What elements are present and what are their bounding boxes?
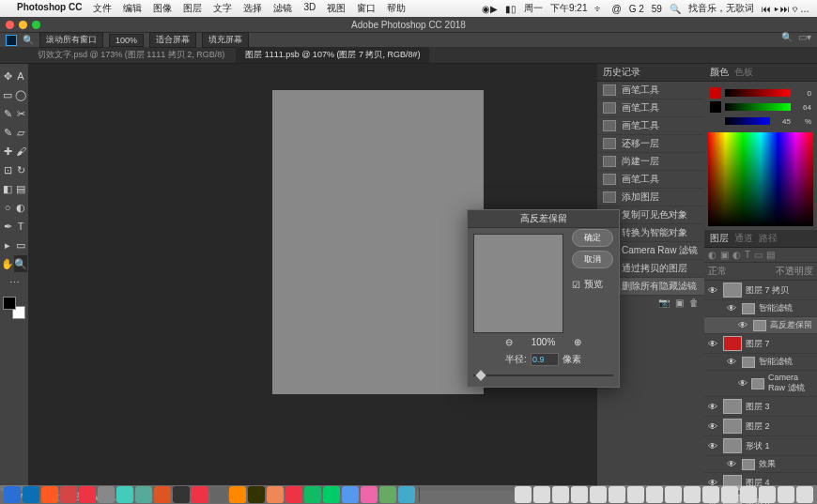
color-tab[interactable]: 颜色 <box>710 66 729 79</box>
layer-thumb[interactable] <box>753 320 766 331</box>
quick-select-tool[interactable]: ✎ <box>1 105 14 122</box>
dock-min-2[interactable] <box>552 486 569 503</box>
layer-thumb[interactable] <box>723 419 742 434</box>
document-canvas[interactable] <box>272 90 484 394</box>
dock-min-10[interactable] <box>702 486 719 503</box>
opt-zoom[interactable]: 100% <box>109 34 144 47</box>
dock-min-1[interactable] <box>533 486 550 503</box>
channels-tab[interactable]: 通道 <box>734 232 753 245</box>
history-tab[interactable]: 历史记录 <box>603 66 640 79</box>
dock-app-2[interactable] <box>41 486 58 503</box>
workspace-icon[interactable]: ▭▾ <box>798 32 811 42</box>
opt-scroll-all[interactable]: 滚动所有窗口 <box>39 32 103 48</box>
dialog-preview[interactable] <box>473 234 563 333</box>
blur-tool[interactable]: ○ <box>1 199 14 216</box>
g-slider[interactable] <box>725 103 791 111</box>
dock-min-0[interactable] <box>515 486 532 503</box>
color-picker[interactable] <box>708 132 813 226</box>
dock-app-19[interactable] <box>361 486 378 503</box>
lasso-tool[interactable]: ◯ <box>14 86 27 103</box>
visibility-icon[interactable]: 👁 <box>708 285 719 296</box>
history-item[interactable]: 画笔工具 <box>597 171 704 189</box>
dock-min-4[interactable] <box>590 486 607 503</box>
history-item[interactable]: 尚建一层 <box>597 153 704 171</box>
path-select-tool[interactable]: ▸ <box>1 237 14 253</box>
dock-app-1[interactable] <box>23 486 39 503</box>
dock-min-3[interactable] <box>571 486 588 503</box>
marquee-tool[interactable]: ▭ <box>1 86 14 103</box>
layer-thumb[interactable] <box>742 357 755 368</box>
filter-type-icon[interactable]: T <box>745 250 750 260</box>
minimize-button[interactable] <box>19 21 27 29</box>
visibility-icon[interactable]: 👁 <box>738 320 749 330</box>
artboard-tool[interactable]: A <box>14 68 27 84</box>
dock-app-21[interactable] <box>398 486 415 503</box>
dock-app-4[interactable] <box>79 486 96 503</box>
move-tool[interactable]: ✥ <box>1 68 14 84</box>
eyedropper-tool[interactable]: ✎ <box>1 124 14 141</box>
dock-app-20[interactable] <box>379 486 396 503</box>
crop-tool[interactable]: ✂ <box>14 105 27 122</box>
layer-row[interactable]: 👁智能滤镜 <box>704 300 817 317</box>
shape-tool[interactable]: ▭ <box>14 237 27 253</box>
visibility-icon[interactable]: 👁 <box>727 357 738 367</box>
layer-row[interactable]: 👁智能滤镜 <box>704 354 817 371</box>
tab-doc-1[interactable]: 切效文字.psd @ 173% (图层 1111 拷贝 2, RGB/8) <box>28 47 234 63</box>
layer-row[interactable]: 👁图层 7 拷贝 <box>704 281 817 300</box>
g-swatch[interactable] <box>710 101 721 113</box>
layer-row[interactable]: 👁Camera Raw 滤镜 <box>704 371 817 397</box>
history-item[interactable]: 画笔工具 <box>597 99 704 117</box>
paths-tab[interactable]: 路径 <box>759 232 778 245</box>
menu-3d[interactable]: 3D <box>303 2 316 15</box>
filter-smart-icon[interactable]: ▤ <box>766 250 775 260</box>
menu-image[interactable]: 图像 <box>153 2 172 15</box>
menu-app[interactable]: Photoshop CC <box>17 2 82 15</box>
radius-slider[interactable] <box>473 370 613 381</box>
type-tool[interactable]: T <box>14 218 27 235</box>
menu-file[interactable]: 文件 <box>93 2 112 15</box>
dock-app-10[interactable] <box>192 486 208 503</box>
layer-thumb[interactable] <box>723 283 742 298</box>
cancel-button[interactable]: 取消 <box>572 251 613 268</box>
layer-thumb[interactable] <box>723 438 742 453</box>
history-item[interactable]: 还移一层 <box>597 135 704 153</box>
visibility-icon[interactable]: 👁 <box>708 339 719 349</box>
filter-kind[interactable]: ◐ <box>708 250 717 260</box>
menu-layer[interactable]: 图层 <box>183 2 202 15</box>
history-item[interactable]: 画笔工具 <box>597 82 704 99</box>
filter-shape-icon[interactable]: ▭ <box>754 250 763 260</box>
opt-fit[interactable]: 适合屏幕 <box>149 32 196 48</box>
dock-app-16[interactable] <box>304 486 321 503</box>
zoom-out-icon[interactable]: ⊖ <box>505 337 513 347</box>
dock-app-7[interactable] <box>135 486 152 503</box>
dock-app-12[interactable] <box>229 486 246 503</box>
layer-row[interactable]: 👁高反差保留 <box>704 317 817 334</box>
r-slider[interactable] <box>725 89 791 97</box>
spotlight-icon[interactable]: 🔍 <box>670 4 681 14</box>
menu-select[interactable]: 选择 <box>243 2 262 15</box>
zoom-tool[interactable]: 🔍 <box>14 255 27 272</box>
dock-app-3[interactable] <box>60 486 77 503</box>
history-brush-tool[interactable]: ↻ <box>14 161 27 178</box>
history-item[interactable]: 画笔工具 <box>597 117 704 135</box>
dock-min-13[interactable] <box>759 486 776 503</box>
dock-app-5[interactable] <box>98 486 115 503</box>
dock-app-13[interactable] <box>248 486 265 503</box>
visibility-icon[interactable]: 👁 <box>727 303 738 313</box>
layer-row[interactable]: 👁形状 1 <box>704 436 817 456</box>
layer-thumb[interactable] <box>751 378 764 389</box>
trash-icon[interactable]: 🗑 <box>689 298 699 308</box>
dock-min-15[interactable] <box>796 486 813 503</box>
zoom-in-icon[interactable]: ⊕ <box>574 337 581 347</box>
layer-row[interactable]: 👁效果 <box>704 456 817 473</box>
dock-app-11[interactable] <box>210 486 227 503</box>
dock-min-7[interactable] <box>646 486 663 503</box>
visibility-icon[interactable]: 👁 <box>727 459 738 469</box>
dock-min-6[interactable] <box>627 486 644 503</box>
edit-toolbar[interactable]: ⋯ <box>4 274 24 291</box>
menu-edit[interactable]: 编辑 <box>123 2 142 15</box>
ok-button[interactable]: 确定 <box>572 229 613 247</box>
filter-adj-icon[interactable]: ◐ <box>732 250 741 260</box>
menu-filter[interactable]: 滤镜 <box>273 2 292 15</box>
new-state-icon[interactable]: ▣ <box>675 298 684 308</box>
